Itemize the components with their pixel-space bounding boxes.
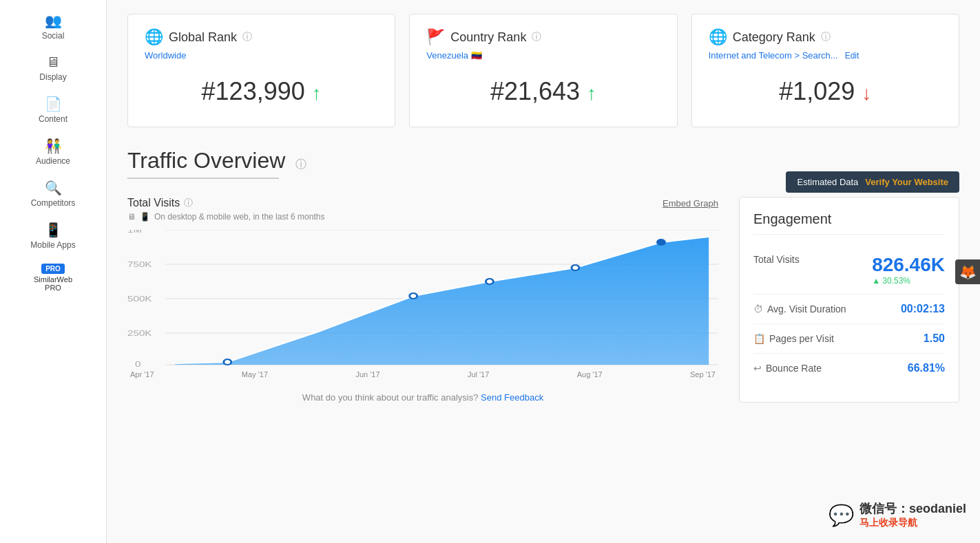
category-icon: 🌐: [709, 28, 727, 46]
flag-icon: 🚩: [426, 28, 445, 46]
sidebar: 👥 Social 🖥 Display 📄 Content 👫 Audience …: [0, 0, 107, 543]
pages-icon: 📋: [753, 333, 765, 344]
mobile-icon: 📱: [140, 212, 150, 222]
sidebar-item-content[interactable]: 📄 Content: [0, 90, 106, 129]
engagement-avg-duration-row: ⏱ Avg. Visit Duration 00:02:13: [753, 295, 945, 324]
sidebar-item-mobile-apps[interactable]: 📱 Mobile Apps: [0, 216, 106, 255]
bounce-icon: ↩: [753, 363, 762, 374]
estimated-label: Estimated Data: [797, 177, 858, 187]
chart-label-aug: Aug '17: [577, 370, 603, 379]
chart-dot: [224, 359, 231, 365]
engagement-title: Engagement: [753, 211, 945, 235]
svg-text:750K: 750K: [127, 260, 152, 268]
chart-label-may: May '17: [242, 370, 268, 379]
global-rank-info-icon[interactable]: ⓘ: [242, 31, 252, 43]
engagement-section: Engagement Total Visits 826.46K ▲ 30.53%…: [739, 197, 959, 403]
social-icon: 👥: [45, 12, 62, 29]
traffic-overview-header: Traffic Overview ⓘ Estimated Data Verify…: [127, 148, 959, 193]
global-rank-subtitle[interactable]: Worldwide: [145, 50, 186, 61]
svg-text:250K: 250K: [127, 329, 152, 337]
engagement-total-visits-value: 826.46K: [872, 254, 945, 276]
bounce-rate-value: 66.81%: [908, 362, 945, 374]
chart-label-jun: Jun '17: [355, 370, 379, 379]
sidebar-item-display[interactable]: 🖥 Display: [0, 49, 106, 87]
sidebar-item-label: Content: [39, 114, 67, 124]
category-rank-subtitle[interactable]: Internet and Telecom > Search...: [709, 50, 838, 61]
chart-dot: [657, 239, 665, 245]
sidebar-item-social[interactable]: 👥 Social: [0, 7, 106, 46]
sidebar-item-label: Social: [42, 31, 65, 41]
chart-dot: [572, 265, 579, 270]
sidebar-item-audience[interactable]: 👫 Audience: [0, 132, 106, 171]
embed-graph-link[interactable]: Embed Graph: [663, 198, 718, 209]
engagement-bounce-rate-row: ↩ Bounce Rate 66.81%: [753, 354, 945, 383]
category-rank-edit-link[interactable]: Edit: [845, 51, 859, 61]
traffic-overview-info-icon[interactable]: ⓘ: [295, 158, 306, 170]
category-rank-trend-down: ↓: [862, 83, 871, 104]
svg-text:0: 0: [135, 360, 140, 368]
chart-dot: [410, 293, 417, 299]
engagement-total-visits-label: Total Visits: [753, 254, 800, 265]
total-visits-info-icon[interactable]: ⓘ: [184, 197, 193, 209]
sidebar-item-label: Display: [39, 72, 66, 82]
country-rank-card: 🚩 Country Rank ⓘ Venezuela 🇻🇪 #21,643 ↑: [409, 14, 677, 127]
feedback-question: What do you think about our traffic anal…: [302, 392, 479, 403]
chart-label-jul: Jul '17: [468, 370, 489, 379]
traffic-overview-title-wrap: Traffic Overview ⓘ: [127, 148, 306, 193]
bounce-rate-label: ↩ Bounce Rate: [753, 363, 822, 374]
globe-icon: 🌐: [145, 28, 163, 46]
traffic-content: Total Visits ⓘ Embed Graph 🖥 📱 On deskto…: [127, 197, 959, 403]
category-rank-title: Category Rank: [733, 30, 815, 45]
desktop-icon: 🖥: [127, 212, 136, 222]
pages-per-visit-value: 1.50: [924, 332, 945, 345]
country-rank-title: Country Rank: [450, 30, 526, 45]
content-icon: 📄: [45, 96, 62, 112]
audience-icon: 👫: [45, 138, 62, 154]
rank-cards: 🌐 Global Rank ⓘ Worldwide #123,990 ↑ 🚩 C…: [127, 14, 959, 127]
sidebar-item-pro[interactable]: PRO SimilarWebPRO: [0, 258, 106, 297]
firefox-button[interactable]: 🦊: [955, 259, 980, 284]
sidebar-item-label: Mobile Apps: [30, 240, 75, 250]
engagement-total-visits-change: ▲ 30.53%: [872, 276, 945, 286]
engagement-pages-row: 📋 Pages per Visit 1.50: [753, 324, 945, 354]
global-rank-trend-up: ↑: [312, 83, 322, 104]
country-rank-trend-up: ↑: [587, 83, 596, 104]
verify-website-link[interactable]: Verify Your Website: [865, 177, 948, 187]
sidebar-item-competitors[interactable]: 🔍 Competitors: [0, 174, 106, 213]
clock-icon: ⏱: [753, 304, 763, 315]
country-rank-subtitle[interactable]: Venezuela 🇻🇪: [426, 50, 481, 61]
chart-area: [175, 237, 709, 365]
category-rank-info-icon[interactable]: ⓘ: [821, 31, 831, 43]
traffic-overview-title: Traffic Overview ⓘ: [127, 148, 306, 173]
send-feedback-link[interactable]: Send Feedback: [481, 392, 543, 403]
svg-text:1M: 1M: [127, 230, 142, 234]
global-rank-title: Global Rank: [169, 30, 237, 45]
chart-section: Total Visits ⓘ Embed Graph 🖥 📱 On deskto…: [127, 197, 718, 403]
pro-badge: PRO: [41, 264, 65, 274]
total-visits-label: Total Visits ⓘ: [127, 197, 193, 209]
chart-dot: [486, 279, 493, 284]
chart-container: 1M 750K 500K 250K 0: [127, 230, 718, 368]
mobile-apps-icon: 📱: [45, 222, 62, 238]
category-rank-card: 🌐 Category Rank ⓘ Internet and Telecom >…: [691, 14, 959, 127]
country-rank-value: #21,643 ↑: [426, 70, 660, 113]
chart-label-sep: Sep '17: [690, 370, 716, 379]
avg-duration-value: 00:02:13: [901, 303, 945, 315]
chart-label-apr: Apr '17: [130, 370, 154, 379]
svg-text:500K: 500K: [127, 295, 152, 303]
global-rank-card: 🌐 Global Rank ⓘ Worldwide #123,990 ↑: [127, 14, 395, 127]
country-rank-info-icon[interactable]: ⓘ: [532, 31, 541, 43]
sidebar-item-label: Audience: [36, 156, 70, 166]
feedback-section: What do you think about our traffic anal…: [127, 392, 718, 403]
display-icon: 🖥: [46, 54, 60, 70]
pages-per-visit-label: 📋 Pages per Visit: [753, 333, 834, 344]
total-visits-header: Total Visits ⓘ Embed Graph: [127, 197, 718, 209]
chart-x-labels: Apr '17 May '17 Jun '17 Jul '17 Aug '17 …: [127, 370, 718, 379]
device-info: 🖥 📱 On desktop & mobile web, in the last…: [127, 212, 718, 222]
global-rank-value: #123,990 ↑: [145, 70, 378, 113]
sidebar-item-pro-label: SimilarWebPRO: [34, 275, 72, 292]
main-content: 🌐 Global Rank ⓘ Worldwide #123,990 ↑ 🚩 C…: [107, 0, 980, 543]
title-divider: [127, 178, 279, 179]
estimated-data-banner: Estimated Data Verify Your Website: [786, 171, 959, 193]
sidebar-item-label: Competitors: [31, 198, 76, 208]
